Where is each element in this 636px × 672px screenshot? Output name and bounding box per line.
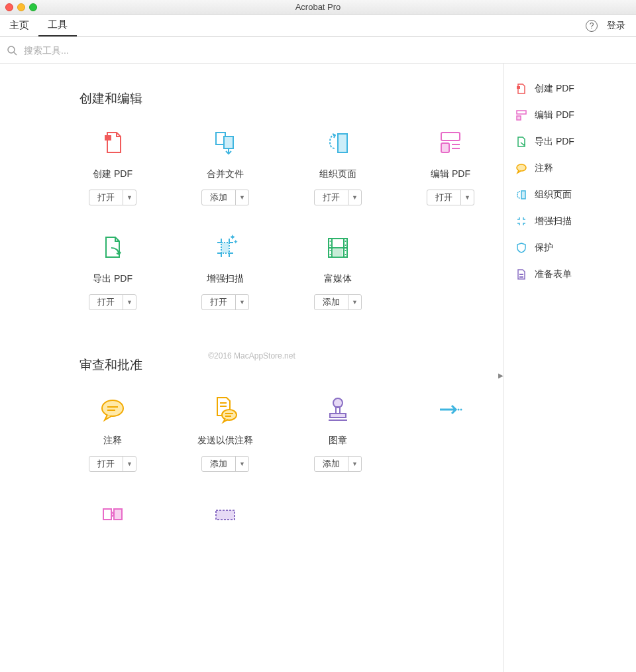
comment-icon [515, 162, 528, 175]
side-comment[interactable]: 注释 [512, 155, 628, 182]
tool-export-pdf[interactable]: 导出 PDF 打开 ▼ [80, 232, 146, 310]
tool-organize-pages[interactable]: 组织页面 打开 ▼ [305, 127, 371, 205]
chevron-down-icon[interactable]: ▼ [348, 457, 361, 471]
tool-combine-files[interactable]: 合并文件 添加 ▼ [192, 127, 258, 205]
tool-label: 注释 [103, 435, 122, 447]
tab-home[interactable]: 主页 [0, 15, 38, 36]
tool-label: 发送以供注释 [197, 435, 253, 447]
search-input[interactable] [24, 45, 629, 56]
create-pdf-icon [97, 127, 129, 159]
svg-point-17 [330, 241, 331, 242]
side-export-pdf[interactable]: 导出 PDF [512, 129, 628, 155]
send-for-review-icon [209, 394, 241, 425]
tool-partial-2[interactable] [80, 498, 146, 539]
close-button[interactable] [5, 3, 13, 11]
side-create-pdf[interactable]: 创建 PDF [512, 76, 628, 102]
help-icon[interactable]: ? [586, 20, 598, 32]
tool-action-button[interactable]: 添加 ▼ [201, 190, 249, 205]
tool-label: 富媒体 [324, 273, 352, 285]
side-label: 准备表单 [535, 268, 572, 280]
svg-rect-36 [330, 414, 346, 418]
tool-action-button[interactable]: 添加 ▼ [201, 456, 249, 472]
svg-point-38 [458, 409, 460, 411]
tool-rich-media[interactable]: 富媒体 添加 ▼ [305, 232, 371, 310]
side-organize[interactable]: 组织页面 [512, 182, 628, 208]
tool-edit-pdf[interactable]: 编辑 PDF 打开 ▼ [417, 127, 484, 205]
svg-rect-42 [216, 510, 235, 520]
side-label: 创建 PDF [535, 83, 574, 95]
tool-comment[interactable]: 注释 打开 ▼ [80, 394, 146, 472]
side-label: 注释 [535, 162, 553, 174]
section-create-edit: 创建和编辑 [80, 90, 490, 107]
svg-rect-47 [521, 191, 525, 199]
svg-point-34 [333, 398, 343, 408]
chevron-down-icon[interactable]: ▼ [348, 295, 361, 309]
side-protect[interactable]: 保护 [512, 235, 628, 261]
tabbar: 主页 工具 ? 登录 [0, 15, 636, 37]
svg-point-20 [330, 254, 331, 255]
combine-files-icon [209, 127, 241, 159]
chevron-down-icon[interactable]: ▼ [235, 190, 248, 205]
tool-partial-1[interactable] [417, 394, 484, 472]
measure-icon [209, 498, 241, 530]
svg-rect-6 [441, 133, 460, 140]
chevron-down-icon[interactable]: ▼ [123, 457, 136, 471]
tool-action-button[interactable]: 添加 ▼ [314, 294, 362, 310]
tool-partial-3[interactable] [192, 498, 258, 539]
login-link[interactable]: 登录 [607, 20, 625, 32]
tool-enhance-scan[interactable]: ✦ ✦ 增强扫描 打开 ▼ [192, 232, 258, 310]
tool-action-button[interactable]: 打开 ▼ [314, 190, 362, 205]
svg-line-1 [14, 52, 17, 55]
arrow-right-icon [435, 394, 466, 425]
chevron-down-icon[interactable]: ▼ [460, 190, 474, 205]
tools-center: 创建和编辑 创建 PDF 打开 ▼ [0, 64, 504, 672]
tab-tools[interactable]: 工具 [38, 15, 77, 36]
tool-action-button[interactable]: 打开 ▼ [427, 190, 474, 205]
tool-send-for-review[interactable]: 发送以供注释 添加 ▼ [192, 394, 258, 472]
side-label: 保护 [535, 242, 553, 254]
tool-stamp[interactable]: 图章 添加 ▼ [305, 394, 371, 472]
titlebar: Acrobat Pro [0, 0, 636, 15]
chevron-down-icon[interactable]: ▼ [235, 295, 248, 309]
svg-rect-41 [114, 509, 122, 520]
tool-action-button[interactable]: 添加 ▼ [314, 456, 362, 472]
export-pdf-icon [97, 232, 129, 264]
window-title: Acrobat Pro [295, 2, 341, 12]
comment-icon [97, 394, 129, 425]
tool-label: 组织页面 [319, 168, 356, 180]
chevron-down-icon[interactable]: ▼ [235, 457, 248, 471]
svg-point-0 [8, 46, 15, 53]
export-pdf-icon [515, 135, 528, 148]
chevron-down-icon[interactable]: ▼ [123, 190, 136, 205]
tool-action-button[interactable]: 打开 ▼ [89, 294, 136, 310]
edit-pdf-icon [515, 109, 528, 122]
svg-point-18 [330, 245, 331, 246]
side-prepare-form[interactable]: 准备表单 [512, 261, 628, 288]
organize-pages-icon [515, 188, 528, 201]
side-edit-pdf[interactable]: 编辑 PDF [512, 102, 628, 129]
svg-rect-40 [103, 509, 111, 520]
svg-point-31 [222, 410, 237, 420]
tool-action-button[interactable]: 打开 ▼ [201, 294, 249, 310]
svg-rect-5 [338, 134, 347, 152]
svg-point-39 [460, 409, 462, 411]
svg-rect-25 [333, 249, 343, 256]
side-enhance-scan[interactable]: 增强扫描 [512, 208, 628, 235]
tool-action-button[interactable]: 打开 ▼ [89, 190, 136, 205]
maximize-button[interactable] [29, 3, 37, 11]
svg-point-24 [345, 254, 346, 255]
tool-label: 合并文件 [207, 168, 244, 180]
searchbar[interactable] [0, 37, 636, 64]
compare-icon [97, 498, 129, 530]
minimize-button[interactable] [17, 3, 25, 11]
collapse-handle[interactable]: ▶ [498, 362, 504, 388]
chevron-down-icon[interactable]: ▼ [123, 295, 136, 309]
prepare-form-icon [515, 268, 528, 281]
tool-create-pdf[interactable]: 创建 PDF 打开 ▼ [80, 127, 146, 205]
svg-point-21 [345, 241, 346, 242]
shield-icon [515, 241, 528, 254]
rich-media-icon [322, 232, 354, 264]
chevron-down-icon[interactable]: ▼ [348, 190, 361, 205]
tool-action-button[interactable]: 打开 ▼ [89, 456, 136, 472]
enhance-scan-icon: ✦ ✦ [209, 232, 241, 264]
